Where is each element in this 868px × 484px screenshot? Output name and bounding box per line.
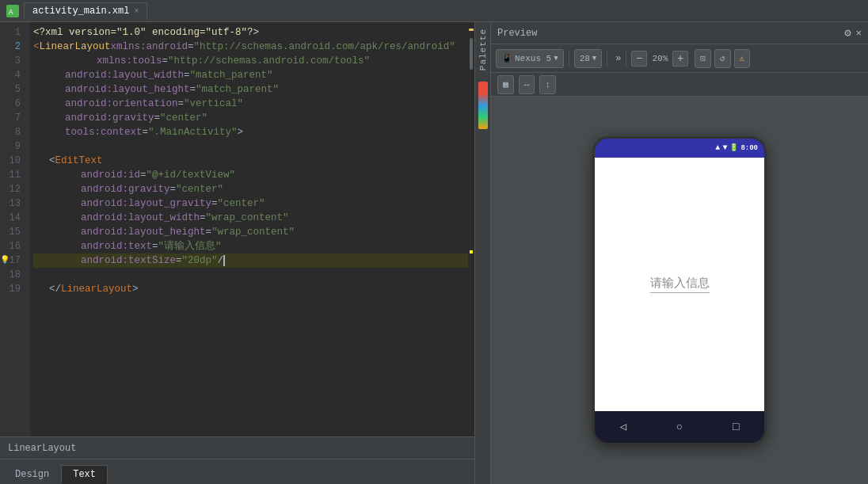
- palette-color-strip: [478, 82, 488, 129]
- palette-sidebar: Palette: [475, 22, 491, 484]
- chevron-down-icon: ▼: [554, 55, 558, 63]
- settings-icon[interactable]: ⚙: [844, 26, 851, 40]
- code-status-bar: LinearLayout: [0, 436, 474, 459]
- tab-filename: activity_main.xml: [32, 6, 129, 17]
- horizontal-arrows-button[interactable]: ↔: [519, 75, 535, 94]
- line-num-17: 💡17: [0, 253, 25, 268]
- scroll-indicator: [468, 22, 474, 436]
- line-num-9: 9: [0, 139, 25, 154]
- warning-button[interactable]: ⚠: [734, 49, 751, 68]
- device-label: Nexus 5: [515, 54, 551, 63]
- refresh-icon: ↺: [720, 53, 725, 63]
- preview-title: Preview: [497, 28, 537, 39]
- scroll-thumb[interactable]: [470, 38, 473, 70]
- code-line-15: android:layout_height="wrap_content": [33, 225, 468, 239]
- line-num-11: 11: [0, 168, 25, 182]
- line-num-16: 16: [0, 239, 25, 253]
- code-line-1: <?xml version="1.0" encoding="utf-8"?>: [33, 25, 468, 40]
- nav-home-icon: ○: [676, 421, 683, 433]
- nav-recents-icon: □: [733, 421, 739, 433]
- api-label: 28: [580, 54, 590, 63]
- code-editor[interactable]: <?xml version="1.0" encoding="utf-8"?> <…: [30, 22, 468, 436]
- zoom-in-button[interactable]: +: [672, 51, 688, 67]
- code-line-14: android:layout_width="wrap_content": [33, 211, 468, 225]
- line-numbers: 1 2 3 4 5 6 7 8 9 10 11 12 13 14 15 16 💡…: [0, 22, 30, 436]
- line-num-15: 15: [0, 225, 25, 239]
- line-num-5: 5: [0, 82, 25, 97]
- horizontal-icon: ↔: [524, 80, 530, 90]
- code-line-5: android:layout_height="match_parent": [33, 82, 468, 97]
- status-icons: ▲ ▼ 🔋 8:00: [715, 143, 758, 152]
- phone-app-content: 请输入信息: [595, 158, 764, 411]
- api-selector-button[interactable]: 28 ▼: [574, 49, 603, 68]
- code-line-3: xmlns:tools="http://schemas.android.com/…: [33, 54, 468, 68]
- signal-icon: ▼: [722, 143, 727, 152]
- tab-design[interactable]: Design: [3, 465, 61, 484]
- preview-content: ▲ ▼ 🔋 8:00 请输入信息 ◁ ○ □: [491, 97, 868, 484]
- code-line-16: android:text="请输入信息": [33, 239, 468, 253]
- vertical-icon: ↕: [545, 80, 550, 90]
- nav-back-icon: ◁: [619, 420, 626, 433]
- preview-header: Preview ⚙ ✕: [491, 22, 868, 44]
- palette-label: Palette: [478, 25, 488, 74]
- line-num-18: 18: [0, 268, 25, 282]
- file-tab[interactable]: activity_main.xml ×: [24, 2, 147, 20]
- line-num-7: 7: [0, 111, 25, 125]
- separator-1: [569, 51, 569, 67]
- line-num-3: 3: [0, 54, 25, 68]
- more-icon[interactable]: »: [615, 53, 621, 64]
- code-line-2: <LinearLayout xmlns:android="http://sche…: [33, 40, 468, 54]
- zoom-level: 20%: [649, 54, 671, 63]
- code-line-12: android:gravity="center": [33, 182, 468, 196]
- separator-2: [607, 51, 607, 67]
- fit-button[interactable]: ⊡: [695, 49, 711, 68]
- code-panel: 1 2 3 4 5 6 7 8 9 10 11 12 13 14 15 16 💡…: [0, 22, 475, 484]
- code-line-13: android:layout_gravity="center": [33, 196, 468, 211]
- line-num-2: 2: [0, 40, 25, 54]
- layout-toggle-button[interactable]: ▦: [497, 75, 514, 94]
- line-num-4: 4: [0, 68, 25, 82]
- code-line-19: </LinearLayout>: [33, 282, 468, 296]
- preview-header-controls: ⚙ ✕: [844, 26, 862, 40]
- line-num-1: 1: [0, 25, 25, 40]
- status-time: 8:00: [740, 144, 758, 152]
- warning-marker: [469, 29, 474, 31]
- code-line-8: tools:context=".MainActivity">: [33, 125, 468, 139]
- warning-icon: ⚠: [740, 53, 745, 63]
- zoom-out-button[interactable]: −: [631, 51, 647, 67]
- code-line-6: android:orientation="vertical": [33, 97, 468, 111]
- line-num-19: 19: [0, 282, 25, 296]
- preview-toolbar-row2: ▦ ↔ ↕: [491, 73, 868, 97]
- line-num-12: 12: [0, 182, 25, 196]
- phone-nav-bar: ◁ ○ □: [595, 411, 764, 443]
- code-line-7: android:gravity="center": [33, 111, 468, 125]
- cursor-blink: [223, 255, 225, 266]
- phone-status-bar: ▲ ▼ 🔋 8:00: [595, 139, 764, 158]
- zoom-control: − 20% +: [631, 51, 688, 67]
- layout-icon: ▦: [503, 79, 508, 90]
- app-icon: A: [6, 5, 19, 17]
- code-line-4: android:layout_width="match_parent": [33, 68, 468, 82]
- phone-icon: 📱: [501, 53, 512, 63]
- title-bar: A activity_main.xml ×: [0, 0, 868, 22]
- device-selector-button[interactable]: 📱 Nexus 5 ▼: [496, 49, 564, 68]
- separator-3: [626, 51, 626, 67]
- chevron-down-icon-2: ▼: [592, 55, 596, 63]
- fit-icon: ⊡: [700, 53, 706, 63]
- code-line-18: [33, 268, 468, 282]
- refresh-button[interactable]: ↺: [714, 49, 731, 68]
- edit-text-hint: 请输入信息: [650, 276, 710, 293]
- tab-close-button[interactable]: ×: [134, 7, 139, 16]
- preview-toolbar-row1: 📱 Nexus 5 ▼ 28 ▼ » − 20% + ⊡: [491, 44, 868, 73]
- main-area: 1 2 3 4 5 6 7 8 9 10 11 12 13 14 15 16 💡…: [0, 22, 868, 484]
- layout-indicator: LinearLayout: [8, 443, 76, 454]
- vertical-arrows-button[interactable]: ↕: [539, 75, 556, 94]
- bottom-tabs: Design Text: [0, 459, 474, 484]
- close-preview-icon[interactable]: ✕: [856, 27, 862, 39]
- line-num-13: 13: [0, 196, 25, 211]
- svg-text:A: A: [9, 9, 13, 17]
- tab-text[interactable]: Text: [61, 465, 108, 484]
- preview-panel: Preview ⚙ ✕ 📱 Nexus 5 ▼ 28 ▼ »: [491, 22, 868, 484]
- line-num-8: 8: [0, 125, 25, 139]
- battery-icon: 🔋: [729, 143, 738, 152]
